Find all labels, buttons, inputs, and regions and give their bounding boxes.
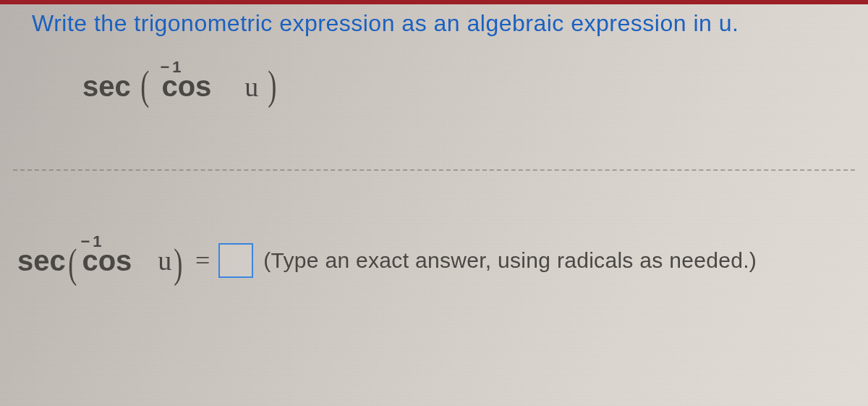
inverse-exponent-2: − 1 <box>80 232 101 251</box>
equals-sign: = <box>195 245 210 276</box>
variable-u-2: u <box>158 245 171 276</box>
inverse-exponent: − 1 <box>160 58 180 77</box>
cos-inverse: cos − 1 <box>158 69 211 103</box>
variable-u: u <box>244 72 258 102</box>
answer-line: sec ( cos − 1 u ) = (Type an exact answe… <box>17 243 757 278</box>
answer-input[interactable] <box>218 243 253 278</box>
accent-bar <box>0 0 868 4</box>
question-prompt: Write the trigonometric expression as an… <box>32 10 846 37</box>
divider <box>13 169 855 171</box>
given-expression: sec ( cos − 1 u ) <box>82 69 279 103</box>
cos-inverse-2: cos − 1 <box>79 244 132 278</box>
sec-function: sec <box>82 70 131 102</box>
sec-function-2: sec <box>17 245 66 277</box>
answer-hint: (Type an exact answer, using radicals as… <box>263 248 757 273</box>
